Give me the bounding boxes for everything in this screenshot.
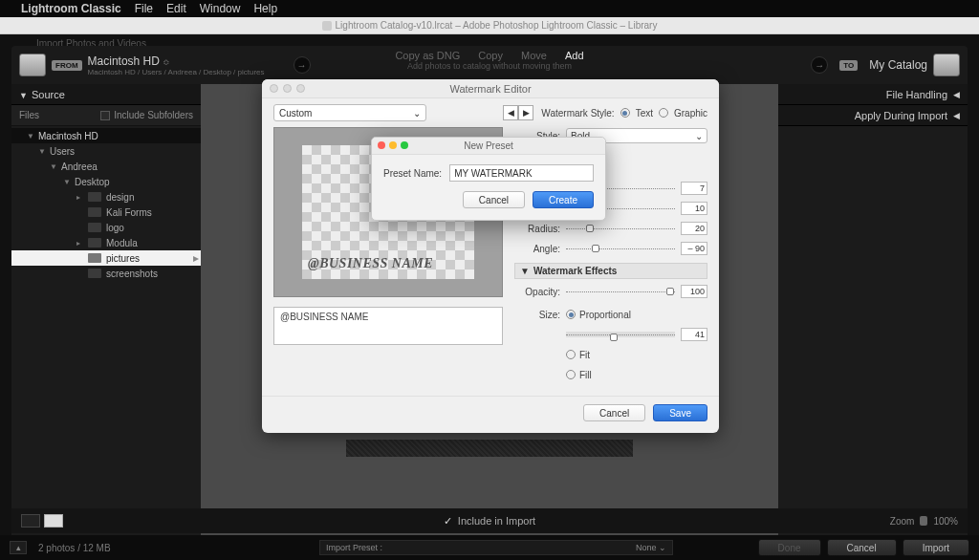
watermark-cancel-button[interactable]: Cancel [583,404,645,421]
tree-users[interactable]: ▼Users [11,143,201,159]
include-in-import-toggle[interactable]: Include in Import [458,515,535,527]
angle-label: Angle: [514,244,566,254]
radius-slider[interactable] [566,223,675,234]
tree-desktop[interactable]: ▼Desktop [11,174,201,189]
traffic-lights[interactable] [270,84,305,93]
watermark-preset-select[interactable]: Custom⌄ [273,104,426,121]
loupe-view-button[interactable] [44,514,63,528]
menu-window[interactable]: Window [200,2,241,15]
tree-item[interactable]: ▸design [11,189,201,205]
preset-name-label: Preset Name: [383,168,442,179]
chevron-right-icon: ▸ [193,251,201,265]
size-proportional-radio[interactable] [566,310,576,319]
include-subfolders-checkbox[interactable] [100,111,110,120]
app-name[interactable]: Lightroom Classic [21,2,121,15]
mode-move[interactable]: Move [521,50,547,61]
watermark-effects-header[interactable]: ▼Watermark Effects [514,263,707,279]
opacity-value[interactable]: 100 [681,285,707,298]
traffic-lights[interactable] [378,141,408,149]
apply-during-import-header[interactable]: Apply During Import◀ [778,105,968,126]
watermark-save-button[interactable]: Save [653,404,707,421]
import-preset-select[interactable]: Import Preset : None ⌄ [319,540,673,555]
mode-add[interactable]: Add [565,50,584,61]
tree-item[interactable]: logo [11,220,201,235]
check-icon: ✓ [444,515,452,528]
zoom-value: 100% [933,516,958,527]
watermark-preview-text: @BUSINESS NAME [308,256,433,271]
left-panel: ▼Source Files Include Subfolders ▼Macint… [11,84,201,543]
folder-tree: ▼Macintosh HD ▼Users ▼Andreea ▼Desktop ▸… [11,126,201,283]
expand-button[interactable]: ▴ [10,541,27,554]
chevron-down-icon: ⌄ [659,543,666,552]
source-disk-name[interactable]: Macintosh HD ≎ [88,54,265,68]
done-button[interactable]: Done [758,539,821,556]
preset-titlebar: New Preset [372,138,605,155]
menu-help[interactable]: Help [253,2,277,15]
prev-button[interactable]: ◀ [503,105,518,120]
status-bar: ▴ 2 photos / 12 MB Import Preset : None … [0,535,979,560]
tree-item[interactable]: ▸Modula [11,235,201,250]
watermark-text-input[interactable]: @BUSINESS NAME [273,307,503,345]
source-path: Macintosh HD / Users / Andreea / Desktop… [88,68,265,76]
style-text-radio[interactable] [620,108,630,118]
size-label: Size: [514,310,566,320]
size-value[interactable]: 41 [681,328,707,341]
thumbnail-strip [346,440,633,457]
radius-value[interactable]: 20 [681,222,707,235]
import-button[interactable]: Import [903,539,969,556]
mode-subtitle: Add photos to catalog without moving the… [395,61,583,71]
angle-slider[interactable] [566,243,675,254]
from-badge: FROM [52,60,82,71]
angle-value[interactable]: – 90 [681,242,707,255]
watermark-titlebar: Watermark Editor [262,79,719,98]
document-icon [322,21,332,31]
zoom-label: Zoom [890,516,915,527]
menu-edit[interactable]: Edit [166,2,186,15]
tree-andreea[interactable]: ▼Andreea [11,159,201,174]
dest-disk-icon[interactable] [933,54,960,76]
offset-value[interactable]: 10 [681,202,707,215]
dest-arrow-icon[interactable]: → [811,56,828,74]
grid-view-button[interactable] [21,514,40,528]
cancel-button[interactable]: Cancel [827,539,897,556]
size-fit-radio[interactable] [566,350,576,359]
photo-count: 2 photos / 12 MB [38,543,111,553]
macos-menubar: Lightroom Classic File Edit Window Help [0,0,979,17]
preset-cancel-button[interactable]: Cancel [463,191,525,208]
watermark-style-label: Watermark Style: [541,108,614,118]
preset-name-input[interactable] [449,164,594,182]
style-graphic-radio[interactable] [659,108,668,118]
tree-item-selected[interactable]: pictures▸ [11,250,201,266]
mode-copy-dng[interactable]: Copy as DNG [395,50,460,61]
preset-create-button[interactable]: Create [533,191,594,208]
preview-stepper[interactable]: ◀▶ [503,105,533,120]
menu-file[interactable]: File [135,2,153,15]
files-label[interactable]: Files [19,110,39,120]
tree-item[interactable]: screenshots [11,266,201,281]
opacity-slider[interactable] [566,286,675,297]
radius-label: Radius: [514,224,566,234]
import-mode-tabs: Copy as DNG Copy Move Add Add photos to … [387,50,591,71]
window-title: Lightroom Catalog-v10.lrcat – Adobe Phot… [336,20,658,31]
right-panel: File Handling◀ Apply During Import◀ [778,84,968,543]
value-box[interactable]: 7 [681,182,707,195]
file-handling-header[interactable]: File Handling◀ [778,84,968,105]
watermark-title: Watermark Editor [449,83,531,95]
tree-item[interactable]: Kali Forms [11,205,201,220]
dest-catalog[interactable]: My Catalog [869,58,927,72]
import-top-bar: FROM Macintosh HD ≎ Macintosh HD / Users… [11,46,968,84]
bottom-toolbar: ✓Include in Import Zoom100% [11,508,968,533]
tree-root[interactable]: ▼Macintosh HD [11,128,201,143]
zoom-slider[interactable] [920,516,927,526]
watermark-editor-dialog: Watermark Editor Custom⌄ ◀▶ Watermark St… [262,79,719,433]
source-arrow-icon[interactable]: → [294,56,311,74]
size-fill-radio[interactable] [566,370,576,379]
size-slider[interactable] [566,332,675,337]
to-badge: TO [839,60,858,71]
source-panel-header[interactable]: ▼Source [11,84,201,105]
window-titlebar: Lightroom Catalog-v10.lrcat – Adobe Phot… [0,17,979,34]
mode-copy[interactable]: Copy [478,50,503,61]
preset-title: New Preset [464,140,513,151]
source-disk-icon[interactable] [19,54,46,76]
next-button[interactable]: ▶ [518,105,533,120]
